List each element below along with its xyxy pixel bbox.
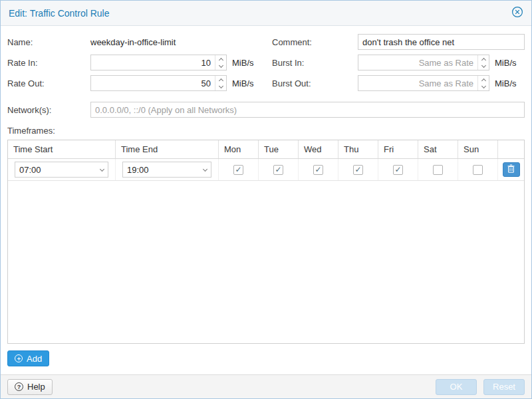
help-button-label: Help bbox=[27, 382, 45, 392]
dialog-body: Name: weekday-in-office-limit Comment: R… bbox=[1, 26, 531, 374]
name-label: Name: bbox=[7, 37, 90, 47]
column-header-tue: Tue bbox=[259, 140, 299, 158]
column-header-fri: Fri bbox=[378, 140, 418, 158]
comment-label: Comment: bbox=[272, 37, 358, 47]
column-header-time-end: Time End bbox=[116, 140, 219, 158]
checkbox-sun[interactable] bbox=[473, 165, 483, 175]
table-row: 07:00 19:00 bbox=[8, 159, 524, 181]
burst-in-input[interactable] bbox=[358, 55, 477, 70]
checkbox-fri[interactable] bbox=[393, 165, 403, 175]
checkbox-sat[interactable] bbox=[433, 165, 443, 175]
plus-circle-icon bbox=[15, 354, 23, 362]
checkbox-tue[interactable] bbox=[273, 165, 283, 175]
burst-in-spinner[interactable] bbox=[358, 55, 489, 70]
burst-out-label: Burst Out: bbox=[272, 78, 358, 88]
column-header-actions bbox=[498, 140, 524, 158]
time-start-select[interactable]: 07:00 bbox=[15, 162, 108, 178]
help-button[interactable]: Help bbox=[7, 379, 53, 395]
burst-in-unit: MiB/s bbox=[495, 58, 517, 68]
checkbox-mon[interactable] bbox=[233, 165, 243, 175]
add-button-label: Add bbox=[27, 354, 42, 364]
rate-in-spinner[interactable] bbox=[90, 55, 227, 70]
burst-in-label: Burst In: bbox=[272, 58, 358, 68]
rate-out-label: Rate Out: bbox=[7, 78, 90, 88]
question-circle-icon bbox=[15, 382, 23, 391]
time-end-select[interactable]: 19:00 bbox=[122, 162, 211, 178]
column-header-thu: Thu bbox=[338, 140, 378, 158]
rate-in-label: Rate In: bbox=[7, 58, 90, 68]
delete-row-button[interactable] bbox=[503, 162, 520, 177]
spin-down-icon[interactable] bbox=[478, 63, 489, 70]
chevron-down-icon bbox=[199, 168, 211, 172]
column-header-time-start: Time Start bbox=[8, 140, 116, 158]
rate-in-input[interactable] bbox=[91, 55, 215, 70]
spin-up-icon[interactable] bbox=[215, 76, 226, 83]
add-timeframe-button[interactable]: Add bbox=[7, 350, 49, 366]
dialog-header: Edit: Traffic Control Rule bbox=[1, 1, 531, 26]
spin-up-icon[interactable] bbox=[215, 55, 226, 63]
checkbox-wed[interactable] bbox=[313, 165, 323, 175]
close-icon bbox=[511, 6, 523, 20]
reset-button[interactable]: Reset bbox=[483, 379, 525, 395]
networks-input[interactable] bbox=[90, 102, 525, 118]
burst-out-spinner[interactable] bbox=[358, 75, 489, 91]
timeframes-grid: Time Start Time End Mon Tue Wed Thu Fri … bbox=[7, 140, 525, 344]
spin-up-icon[interactable] bbox=[478, 55, 489, 63]
grid-empty-area bbox=[8, 181, 524, 343]
burst-in-spin-buttons[interactable] bbox=[477, 55, 489, 70]
burst-out-unit: MiB/s bbox=[495, 78, 517, 88]
chevron-down-icon bbox=[96, 168, 108, 172]
spin-up-icon[interactable] bbox=[478, 76, 489, 83]
column-header-wed: Wed bbox=[299, 140, 338, 158]
rate-out-input[interactable] bbox=[91, 76, 215, 90]
burst-out-input[interactable] bbox=[358, 76, 477, 90]
spin-down-icon[interactable] bbox=[478, 83, 489, 90]
rate-in-unit: MiB/s bbox=[232, 58, 254, 68]
dialog-footer: Help OK Reset bbox=[1, 374, 531, 398]
checkbox-thu[interactable] bbox=[353, 165, 363, 175]
close-button[interactable] bbox=[511, 6, 523, 20]
spin-down-icon[interactable] bbox=[215, 63, 226, 70]
column-header-sun: Sun bbox=[458, 140, 498, 158]
trash-icon bbox=[507, 164, 515, 175]
dialog-title: Edit: Traffic Control Rule bbox=[9, 8, 109, 19]
time-end-value: 19:00 bbox=[123, 165, 199, 175]
ok-button[interactable]: OK bbox=[436, 379, 477, 395]
burst-out-spin-buttons[interactable] bbox=[477, 76, 489, 90]
name-value: weekday-in-office-limit bbox=[90, 37, 176, 47]
edit-traffic-control-rule-dialog: Edit: Traffic Control Rule Name: weekday… bbox=[0, 0, 532, 399]
grid-header-row: Time Start Time End Mon Tue Wed Thu Fri … bbox=[8, 140, 524, 159]
timeframes-label: Timeframes: bbox=[7, 126, 525, 136]
time-start-value: 07:00 bbox=[15, 165, 96, 175]
rate-out-spin-buttons[interactable] bbox=[215, 76, 226, 90]
networks-label: Network(s): bbox=[7, 105, 90, 115]
rate-out-unit: MiB/s bbox=[232, 78, 254, 88]
column-header-sat: Sat bbox=[418, 140, 458, 158]
comment-input[interactable] bbox=[358, 34, 525, 50]
spin-down-icon[interactable] bbox=[215, 83, 226, 90]
rate-in-spin-buttons[interactable] bbox=[215, 55, 226, 70]
column-header-mon: Mon bbox=[219, 140, 259, 158]
rate-out-spinner[interactable] bbox=[90, 75, 227, 91]
